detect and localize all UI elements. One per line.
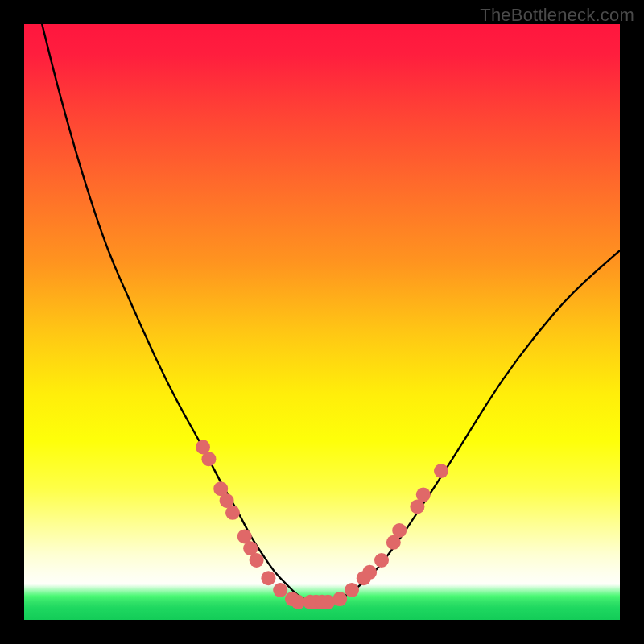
sample-point — [273, 583, 287, 597]
sample-point — [362, 565, 377, 580]
sample-points-group — [196, 440, 448, 609]
sample-point — [416, 488, 431, 502]
sample-point — [345, 583, 359, 597]
sample-point — [250, 553, 264, 568]
plot-area — [24, 24, 620, 620]
sample-point — [374, 553, 389, 568]
sample-point — [332, 592, 347, 606]
sample-point — [392, 523, 407, 538]
sample-point — [434, 464, 448, 478]
sample-point — [201, 452, 216, 466]
sample-point — [225, 506, 240, 520]
chart-frame: TheBottleneck.com — [0, 0, 644, 644]
watermark-text: TheBottleneck.com — [480, 5, 634, 26]
dots-layer — [24, 24, 620, 620]
sample-point — [261, 571, 275, 585]
